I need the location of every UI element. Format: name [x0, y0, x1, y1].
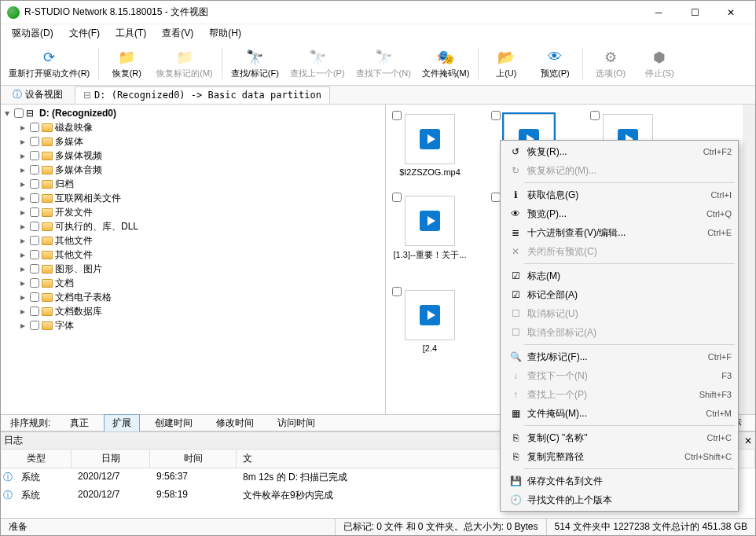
- recover-marked-icon: 📁: [175, 48, 194, 67]
- context-menu-item[interactable]: 🔍查找/标记(F)...Ctrl+F: [502, 347, 736, 366]
- tree-item-check[interactable]: [30, 264, 39, 274]
- expand-toggle[interactable]: ▸: [18, 306, 28, 317]
- vertical-scrollbar[interactable]: [743, 105, 755, 414]
- tree-item-label[interactable]: 归档: [55, 178, 74, 191]
- col-date[interactable]: 日期: [72, 450, 150, 468]
- file-check[interactable]: [392, 287, 402, 296]
- tree-item-label[interactable]: 文档: [55, 277, 74, 290]
- file-item[interactable]: [2.4: [392, 287, 468, 353]
- tree-item-check[interactable]: [30, 321, 39, 330]
- file-check[interactable]: [491, 111, 501, 120]
- expand-toggle[interactable]: ▾: [2, 108, 12, 119]
- log-close-button[interactable]: ✕: [744, 435, 752, 446]
- minimize-button[interactable]: ─: [640, 1, 677, 24]
- options-button[interactable]: ⚙选项(O): [587, 43, 634, 84]
- find-prev-button[interactable]: 🔭查找上一个(P): [285, 43, 350, 84]
- recover-button[interactable]: 📁恢复(R): [103, 43, 150, 84]
- close-button[interactable]: ✕: [713, 1, 749, 24]
- col-type[interactable]: 类型: [1, 450, 72, 468]
- tree-item-check[interactable]: [30, 250, 39, 259]
- tree-item-check[interactable]: [30, 207, 39, 217]
- context-menu-item[interactable]: ℹ获取信息(G)Ctrl+I: [502, 185, 736, 204]
- preview-button[interactable]: 👁预览(P): [531, 43, 578, 84]
- sort-mtime[interactable]: 修改时间: [207, 414, 262, 432]
- expand-toggle[interactable]: ▸: [18, 292, 28, 303]
- file-item[interactable]: $I2ZSZOG.mp4: [392, 111, 468, 177]
- sort-real[interactable]: 真正: [61, 414, 97, 432]
- expand-toggle[interactable]: ▸: [18, 221, 28, 232]
- expand-toggle[interactable]: ▸: [18, 136, 28, 147]
- tree-item-label[interactable]: 磁盘映像: [55, 121, 93, 134]
- context-menu-item[interactable]: ≣十六进制查看(V)/编辑...Ctrl+E: [502, 223, 736, 242]
- tree-item-check[interactable]: [30, 123, 39, 132]
- expand-toggle[interactable]: ▸: [18, 193, 28, 204]
- folder-tree[interactable]: ▾⊟D: (Recognized0) ▸磁盘映像▸多媒体▸多媒体视频▸多媒体音频…: [1, 105, 386, 414]
- tree-item-label[interactable]: 互联网相关文件: [55, 192, 121, 205]
- up-button[interactable]: 📂上(U): [483, 43, 530, 84]
- context-menu-item[interactable]: ☑标记全部(A): [502, 285, 736, 304]
- context-menu-item[interactable]: ▦文件掩码(M)...Ctrl+M: [502, 404, 736, 423]
- file-check[interactable]: [392, 111, 402, 120]
- tree-item-check[interactable]: [30, 151, 39, 160]
- col-time[interactable]: 时间: [150, 450, 237, 468]
- file-mask-button[interactable]: 🎭文件掩码(M): [417, 43, 475, 84]
- tree-item-check[interactable]: [30, 222, 39, 231]
- tree-item-label[interactable]: 图形、图片: [55, 262, 102, 276]
- maximize-button[interactable]: ☐: [677, 1, 713, 24]
- tree-root-check[interactable]: [14, 108, 24, 118]
- context-menu-item[interactable]: ⎘复制(C) "名称"Ctrl+C: [502, 428, 736, 447]
- tree-item-label[interactable]: 多媒体视频: [55, 149, 102, 163]
- recover-marked-button[interactable]: 📁恢复标记的(M): [152, 43, 218, 84]
- tree-item-label[interactable]: 多媒体: [55, 135, 83, 149]
- sort-atime[interactable]: 访问时间: [269, 414, 324, 432]
- tree-item-label[interactable]: 多媒体音频: [55, 163, 102, 177]
- menu-drive[interactable]: 驱动器(D): [6, 25, 60, 42]
- file-check[interactable]: [590, 111, 600, 120]
- expand-toggle[interactable]: ▸: [18, 164, 28, 175]
- file-check[interactable]: [392, 193, 402, 202]
- find-next-button[interactable]: 🔭查找下一个(N): [351, 43, 416, 84]
- file-item[interactable]: [1.3]--重要！关于...: [392, 193, 468, 271]
- expand-toggle[interactable]: ▸: [18, 277, 28, 288]
- context-menu-item[interactable]: ⎘复制完整路径Ctrl+Shift+C: [502, 447, 736, 466]
- tree-item-check[interactable]: [30, 137, 39, 146]
- menu-tool[interactable]: 工具(T): [109, 25, 152, 42]
- tree-item-label[interactable]: 其他文件: [55, 248, 93, 262]
- tree-item-check[interactable]: [30, 278, 39, 288]
- reopen-drive-button[interactable]: ⟳重新打开驱动文件(R): [4, 43, 94, 84]
- tree-item-label[interactable]: 其他文件: [55, 234, 93, 248]
- sort-ctime[interactable]: 创建时间: [146, 414, 201, 432]
- find-mark-button[interactable]: 🔭查找/标记(F): [226, 43, 284, 84]
- expand-toggle[interactable]: ▸: [18, 235, 28, 246]
- menu-file[interactable]: 文件(F): [63, 25, 106, 42]
- tree-item-label[interactable]: 文档电子表格: [55, 291, 112, 304]
- tree-item-label[interactable]: 字体: [55, 319, 74, 332]
- tree-item-check[interactable]: [30, 236, 39, 245]
- tree-item-check[interactable]: [30, 165, 39, 174]
- context-menu-item[interactable]: ☑标志(M): [502, 266, 736, 285]
- tree-item-check[interactable]: [30, 307, 39, 316]
- context-menu-item[interactable]: 💾保存文件名到文件: [502, 472, 736, 490]
- menu-view[interactable]: 查看(V): [156, 25, 200, 42]
- expand-toggle[interactable]: ▸: [18, 150, 28, 161]
- menu-help[interactable]: 帮助(H): [203, 25, 248, 42]
- tree-item-check[interactable]: [30, 292, 39, 302]
- context-menu-item[interactable]: ↺恢复(R)...Ctrl+F2: [502, 142, 736, 161]
- sort-ext[interactable]: 扩展: [104, 414, 140, 432]
- expand-toggle[interactable]: ▸: [18, 207, 28, 218]
- context-menu-item[interactable]: 👁预览(P)...Ctrl+Q: [502, 204, 736, 223]
- expand-toggle[interactable]: ▸: [18, 320, 28, 331]
- tree-item-label[interactable]: 开发文件: [55, 206, 93, 219]
- stop-button[interactable]: ⬢停止(S): [636, 43, 683, 84]
- tree-item-label[interactable]: 可执行的、库、DLL: [55, 220, 138, 233]
- tab-device-view[interactable]: ⓘ设备视图: [4, 85, 72, 105]
- context-menu-item[interactable]: 🕘寻找文件的上个版本: [502, 490, 736, 509]
- tab-path[interactable]: ⊟D: (Recognized0) -> Basic data partitio…: [75, 86, 330, 104]
- expand-toggle[interactable]: ▸: [18, 249, 28, 260]
- tree-item-label[interactable]: 文档数据库: [55, 305, 102, 318]
- expand-toggle[interactable]: ▸: [18, 263, 28, 274]
- expand-toggle[interactable]: ▸: [18, 122, 28, 133]
- expand-toggle[interactable]: ▸: [18, 178, 28, 189]
- tree-item-check[interactable]: [30, 193, 39, 203]
- tree-item-check[interactable]: [30, 179, 39, 189]
